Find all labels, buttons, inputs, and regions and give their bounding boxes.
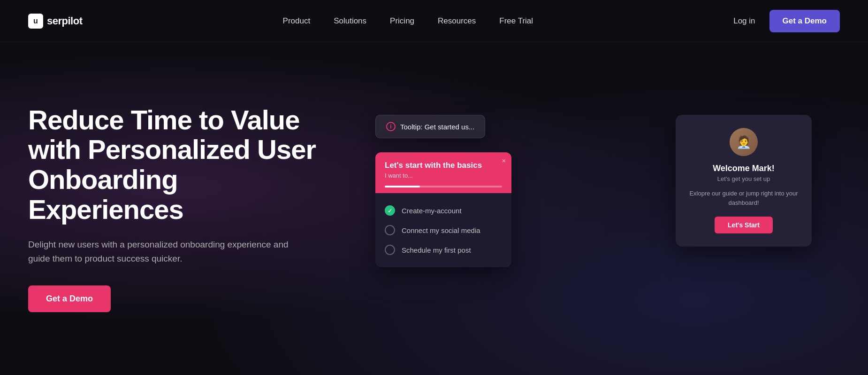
nav-free-trial[interactable]: Free Trial (499, 16, 533, 25)
navbar: u serpilot Product Solutions Pricing Res… (0, 0, 868, 42)
welcome-name: Welcome Mark! (713, 164, 775, 173)
login-link[interactable]: Log in (733, 16, 755, 26)
hero-title: Reduce Time to Value with Personalized U… (28, 105, 338, 225)
logo[interactable]: u serpilot (28, 14, 82, 29)
get-demo-hero-button[interactable]: Get a Demo (28, 285, 111, 312)
welcome-body: Exlopre our guide or jump right into you… (687, 189, 800, 207)
logo-icon: u (28, 14, 43, 29)
hero-section: Reduce Time to Value with Personalized U… (0, 42, 868, 375)
nav-pricing[interactable]: Pricing (390, 16, 414, 25)
check-empty-icon-3 (385, 245, 395, 255)
avatar-image: 🧑‍💼 (730, 128, 758, 156)
logo-text: serpilot (47, 15, 82, 27)
nav-solutions[interactable]: Solutions (334, 16, 366, 25)
avatar: 🧑‍💼 (730, 128, 758, 156)
get-demo-nav-button[interactable]: Get a Demo (769, 10, 840, 32)
onboarding-progress-fill (385, 186, 420, 188)
nav-resources[interactable]: Resources (438, 16, 476, 25)
welcome-tagline: Let's get you set up (717, 175, 770, 182)
onboarding-card: × Let's start with the basics I want to.… (375, 152, 511, 267)
close-button[interactable]: × (502, 157, 506, 165)
onboarding-body: ✓ Create-my-account Connect my social me… (375, 193, 511, 267)
hero-right: i Tooltip: Get started us... × Let's sta… (357, 42, 840, 375)
nav-links: Product Solutions Pricing Resources Free… (283, 16, 533, 26)
tooltip-text: Tooltip: Get started us... (400, 123, 474, 131)
checklist-label-2: Connect my social media (402, 226, 480, 234)
lets-start-button[interactable]: Let's Start (715, 217, 773, 233)
checklist-item-2: Connect my social media (385, 220, 502, 240)
onboarding-progress-bar (385, 186, 502, 188)
onboarding-header-sub: I want to... (385, 172, 502, 179)
onboarding-header: × Let's start with the basics I want to.… (375, 152, 511, 193)
tooltip-info-icon: i (386, 122, 396, 131)
checklist-label-3: Schedule my first post (402, 246, 471, 254)
check-empty-icon-2 (385, 225, 395, 235)
checklist-label-1: Create-my-account (402, 207, 462, 215)
hero-subtitle: Delight new users with a personalized on… (28, 238, 291, 266)
welcome-card: 🧑‍💼 Welcome Mark! Let's get you set up E… (676, 115, 812, 247)
onboarding-header-title: Let's start with the basics (385, 161, 502, 170)
nav-right: Log in Get a Demo (733, 10, 840, 32)
nav-product[interactable]: Product (283, 16, 311, 25)
checklist-item-3: Schedule my first post (385, 240, 502, 260)
tooltip-card: i Tooltip: Get started us... (375, 115, 485, 138)
check-done-icon: ✓ (385, 205, 395, 216)
hero-left: Reduce Time to Value with Personalized U… (28, 105, 357, 313)
checklist-item-1: ✓ Create-my-account (385, 201, 502, 220)
